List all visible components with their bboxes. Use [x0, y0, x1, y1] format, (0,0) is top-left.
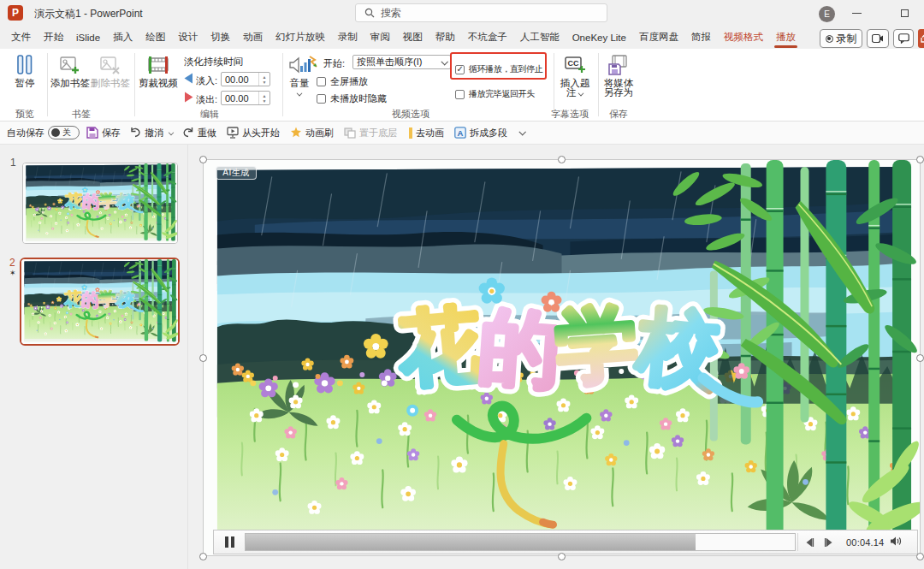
minimize-button[interactable]: [842, 0, 871, 26]
qat-save-button[interactable]: 保存: [86, 127, 121, 139]
insert-caption-button[interactable]: CC 插入题注: [557, 54, 593, 98]
present-online-button[interactable]: [867, 29, 889, 48]
tab-slideshow[interactable]: 幻灯片放映: [275, 31, 325, 44]
tab-islide[interactable]: iSlide: [76, 33, 100, 43]
animation-painter-button[interactable]: 动画刷: [290, 127, 334, 139]
prev-frame-button[interactable]: [801, 538, 818, 547]
toggle-knob-icon: [51, 128, 60, 137]
fade-in-icon: [184, 73, 193, 84]
slide-1-thumbnail[interactable]: [22, 163, 178, 244]
trim-video-button[interactable]: 剪裁视频: [138, 54, 179, 88]
autosave-control[interactable]: 自动保存关: [7, 126, 80, 139]
start-dropdown[interactable]: 按照单击顺序(I): [352, 55, 451, 69]
tab-playback[interactable]: 播放: [776, 31, 796, 44]
add-bookmark-button[interactable]: 添加书签: [50, 54, 90, 88]
redo-button[interactable]: 重做: [182, 127, 216, 139]
pause-icon: [15, 54, 35, 76]
handle-mid-left[interactable]: [199, 354, 207, 362]
save-media-button[interactable]: 将媒体另存为: [601, 54, 637, 98]
tab-transitions[interactable]: 切换: [210, 31, 230, 44]
play-from-start-button[interactable]: 从头开始: [227, 127, 280, 139]
powerpoint-logo-icon[interactable]: P: [8, 5, 23, 21]
undo-button[interactable]: 撤消: [129, 127, 174, 139]
fade-in-input[interactable]: 00.00▲▼: [221, 72, 270, 86]
autosave-toggle[interactable]: 关: [48, 126, 80, 139]
next-frame-button[interactable]: [820, 538, 838, 547]
tab-help[interactable]: 帮助: [435, 31, 455, 44]
fade-out-label: 淡出:: [196, 93, 217, 106]
qat-overflow-button[interactable]: [519, 130, 524, 135]
trim-video-icon: [147, 54, 169, 76]
handle-top-left[interactable]: [199, 156, 207, 163]
group-label-preview: 预览: [7, 108, 43, 121]
group-label-save: 保存: [601, 108, 637, 121]
search-box[interactable]: 搜索: [355, 3, 607, 22]
animation-painter-icon: [290, 127, 302, 139]
tab-draw[interactable]: 绘图: [145, 31, 165, 44]
send-to-back-icon: [344, 127, 356, 139]
tab-insert[interactable]: 插入: [113, 31, 133, 44]
title-bar: P 演示文稿1 - PowerPoint 搜索 E: [0, 0, 924, 26]
handle-bottom-mid[interactable]: [558, 553, 566, 560]
start-icon: [308, 56, 319, 68]
next-frame-icon: [824, 538, 834, 547]
player-volume-button[interactable]: [890, 535, 903, 550]
split-segments-button[interactable]: A 拆成多段: [454, 127, 507, 139]
video-control-bar[interactable]: 00:04.14: [213, 530, 918, 554]
group-label-bookmarks: 书签: [61, 108, 102, 121]
tab-onekey[interactable]: OneKey Lite: [572, 33, 626, 43]
fullscreen-checkbox[interactable]: 全屏播放: [317, 75, 368, 88]
fade-out-input[interactable]: 00.00▲▼: [221, 91, 270, 105]
maximize-button[interactable]: [890, 0, 919, 26]
video-player[interactable]: AI生成 00:04.14: [203, 159, 921, 556]
fade-in-spinner[interactable]: ▲▼: [258, 73, 270, 86]
tab-record[interactable]: 录制: [338, 31, 358, 44]
share-button[interactable]: [918, 29, 924, 48]
fade-out-spinner[interactable]: ▲▼: [258, 92, 270, 104]
search-icon: [364, 8, 375, 18]
remove-animation-button[interactable]: 去动画: [409, 127, 444, 139]
tab-ai[interactable]: 人工智能: [520, 31, 560, 44]
tab-baidu[interactable]: 百度网盘: [639, 31, 678, 44]
group-label-editing: 编辑: [188, 108, 231, 121]
tab-animations[interactable]: 动画: [243, 31, 263, 44]
pause-button[interactable]: 暂停: [9, 54, 41, 88]
hide-when-idle-checkbox[interactable]: 未播放时隐藏: [317, 92, 387, 105]
comments-button[interactable]: [893, 29, 914, 48]
tab-jianbao[interactable]: 简报: [691, 31, 711, 44]
tab-video-format[interactable]: 视频格式: [724, 31, 763, 44]
cc-plus-icon: CC: [564, 54, 586, 76]
record-button[interactable]: 录制: [820, 29, 862, 48]
tab-view[interactable]: 视图: [403, 31, 423, 44]
handle-top-mid[interactable]: [558, 156, 566, 163]
user-avatar[interactable]: E: [819, 6, 835, 22]
handle-mid-right[interactable]: [916, 354, 924, 362]
undo-icon: [129, 127, 141, 139]
share-icon: [920, 34, 924, 43]
handle-bottom-left[interactable]: [199, 553, 207, 560]
maximize-icon: [901, 9, 909, 17]
slide-2-animation-star: ✶: [9, 269, 16, 277]
loop-checkbox[interactable]: ✓循环播放，直到停止: [455, 63, 542, 75]
remove-bookmark-button[interactable]: 删除书签: [90, 54, 131, 88]
group-label-captions: 字幕选项: [548, 108, 591, 121]
tab-home[interactable]: 开始: [44, 31, 63, 44]
slide-1-number: 1: [10, 157, 16, 169]
tab-design[interactable]: 设计: [178, 31, 198, 44]
handle-top-right[interactable]: [916, 156, 924, 163]
play-from-start-icon: [227, 127, 239, 139]
send-to-back-button[interactable]: 置于底层: [344, 127, 397, 139]
tab-review[interactable]: 审阅: [370, 31, 390, 44]
tab-file[interactable]: 文件: [11, 31, 31, 44]
record-icon: [826, 35, 833, 43]
slide-thumbnail-panel[interactable]: 1 2 ✶: [0, 145, 188, 569]
tab-bukeng[interactable]: 不坑盒子: [468, 31, 507, 44]
handle-bottom-right[interactable]: [916, 553, 924, 560]
ai-generated-badge: AI生成: [216, 166, 257, 180]
comment-icon: [898, 33, 909, 44]
workspace: 1 2 ✶ AI生成 00:04.14: [0, 145, 924, 569]
player-pause-button[interactable]: [214, 536, 245, 548]
rewind-checkbox[interactable]: 播放完毕返回开头: [455, 88, 535, 100]
slide-2-thumbnail[interactable]: [20, 258, 180, 346]
player-progress-track[interactable]: [245, 533, 796, 551]
